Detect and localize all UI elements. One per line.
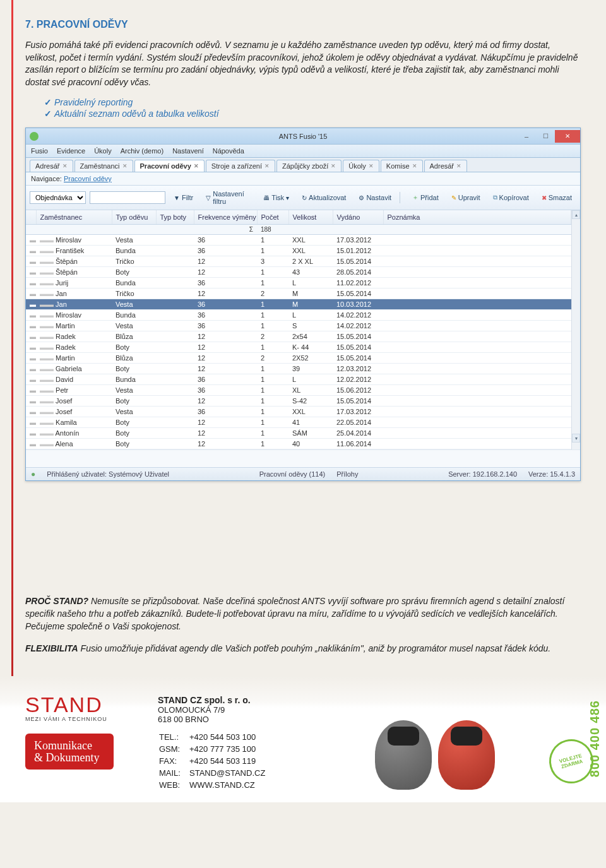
- tab-close-icon[interactable]: ✕: [331, 163, 336, 169]
- tab-stroje-a-za-zen-[interactable]: Stroje a zařízení✕: [206, 160, 275, 172]
- contact-row: GSM:+420 777 735 100: [159, 744, 269, 754]
- tab-adres-[interactable]: Adresář✕: [424, 160, 468, 172]
- cell: 12.02.2012: [333, 374, 383, 384]
- menu-item[interactable]: Fusio: [31, 147, 48, 155]
- cell-zamestnanec: ▬▬ Martin: [36, 352, 112, 363]
- tab-label: Stroje a zařízení: [211, 162, 262, 170]
- table-row[interactable]: ▬▬▬▬ MartinBlůza1222X5215.05.2014: [26, 352, 571, 363]
- table-row[interactable]: ▬▬▬▬ DavidBunda361L12.02.2012: [26, 374, 571, 384]
- tab-label: Zápůjčky zboží: [282, 162, 328, 170]
- tabbar: Adresář✕Zaměstnanci✕Pracovní oděvy✕Stroj…: [26, 158, 580, 172]
- cell: 1: [257, 277, 288, 288]
- window-minimize-button[interactable]: [517, 130, 536, 143]
- menu-item[interactable]: Evidence: [57, 147, 85, 155]
- table-row[interactable]: ▬▬▬▬ GabrielaBoty1213912.03.2012: [26, 363, 571, 374]
- row-prefix-blur: ▬▬: [26, 438, 36, 449]
- table-row[interactable]: ▬▬▬▬ AntonínBoty121SÁM25.04.2014: [26, 427, 571, 438]
- vertical-scrollbar[interactable]: ▴ ▾: [571, 210, 580, 449]
- column-header[interactable]: Zaměstnanec: [36, 210, 112, 224]
- table-row[interactable]: ▬▬▬▬ MartinVesta361S14.02.2012: [26, 320, 571, 331]
- cell: [156, 406, 194, 417]
- scroll-up-button[interactable]: ▴: [572, 210, 580, 219]
- edit-button[interactable]: ✎Upravit: [447, 192, 485, 203]
- filter-button[interactable]: ▼Filtr: [169, 192, 198, 203]
- mascot-robots: [289, 695, 581, 790]
- table-row[interactable]: ▬▬▬▬ KamilaBoty1214122.05.2014: [26, 417, 571, 427]
- menu-item[interactable]: Archiv (demo): [121, 147, 163, 155]
- cell: Tričko: [112, 256, 156, 266]
- filter-settings-button[interactable]: ▽Nastavení filtru: [201, 188, 255, 207]
- cell: XL: [288, 384, 333, 395]
- menubar: FusioEvidenceÚkolyArchiv (demo)Nastavení…: [26, 145, 580, 158]
- table-row[interactable]: ▬▬▬▬ FrantišekBunda361XXL15.01.2012: [26, 245, 571, 256]
- cell: 1: [257, 299, 288, 309]
- tab-close-icon[interactable]: ✕: [122, 163, 128, 169]
- status-server: Server: 192.168.2.140: [448, 470, 517, 478]
- cell: 36: [194, 299, 257, 309]
- cell-zamestnanec: ▬▬ Alena: [36, 438, 112, 449]
- column-header[interactable]: Typ boty: [156, 210, 194, 224]
- print-button[interactable]: 🖶Tisk▾: [259, 192, 294, 203]
- table-row[interactable]: ▬▬▬▬ JanTričko122M15.05.2014: [26, 288, 571, 299]
- window-maximize-button[interactable]: [536, 130, 555, 143]
- settings-button[interactable]: ⚙Nastavit: [354, 192, 396, 203]
- delete-button[interactable]: ✖Smazat: [537, 192, 576, 203]
- column-header[interactable]: Vydáno: [333, 210, 383, 224]
- table-row[interactable]: ▬▬▬▬ JosefVesta361XXL17.03.2012: [26, 406, 571, 417]
- row-prefix-blur: ▬▬: [26, 331, 36, 342]
- column-header[interactable]: Frekvence výměny: [194, 210, 257, 224]
- cell: 12: [194, 417, 257, 427]
- menu-item[interactable]: Nápověda: [213, 147, 244, 155]
- table-row[interactable]: ▬▬▬▬ ŠtěpánBoty1214328.05.2014: [26, 266, 571, 277]
- column-header[interactable]: Poznámka: [383, 210, 571, 224]
- menu-item[interactable]: Úkoly: [94, 147, 112, 155]
- column-header[interactable]: Velikost: [288, 210, 333, 224]
- table-row[interactable]: ▬▬▬▬ JosefBoty121S-4215.05.2014: [26, 395, 571, 406]
- cell: Boty: [112, 438, 156, 449]
- tab-adres-[interactable]: Adresář✕: [30, 160, 73, 172]
- table-row[interactable]: ▬▬▬▬ JanVesta361M10.03.2012: [26, 299, 571, 309]
- column-header[interactable]: Typ oděvu: [112, 210, 156, 224]
- page-footer: STAND MEZI VÁMI A TECHNIKOU Komunikace &…: [0, 676, 606, 802]
- tab-z-p-j-ky-zbo-[interactable]: Zápůjčky zboží✕: [276, 160, 342, 172]
- cell-zamestnanec: ▬▬ Jurij: [36, 277, 112, 288]
- tab-close-icon[interactable]: ✕: [264, 163, 270, 169]
- scroll-down-button[interactable]: ▾: [572, 434, 580, 443]
- breadcrumb-link[interactable]: Pracovní oděvy: [64, 175, 112, 182]
- tab-close-icon[interactable]: ✕: [412, 163, 417, 169]
- table-row[interactable]: ▬▬▬▬ RadekBlůza1222x5415.05.2014: [26, 331, 571, 342]
- tab-close-icon[interactable]: ✕: [369, 163, 374, 169]
- menu-item[interactable]: Nastavení: [172, 147, 204, 155]
- cell: Bunda: [112, 309, 156, 320]
- tab-komise[interactable]: Komise✕: [381, 160, 423, 172]
- tab-pracovn-od-vy[interactable]: Pracovní oděvy✕: [134, 160, 205, 172]
- cell: [156, 342, 194, 352]
- cell: 12: [194, 395, 257, 406]
- table-row[interactable]: ▬▬▬▬ ŠtěpánTričko1232 X XL15.05.2014: [26, 256, 571, 266]
- copy-button[interactable]: ⧉Kopírovat: [489, 192, 533, 203]
- cell: XXL: [288, 245, 333, 256]
- tab-close-icon[interactable]: ✕: [456, 163, 461, 169]
- table-row[interactable]: ▬▬▬▬ RadekBoty121K- 4415.05.2014: [26, 342, 571, 352]
- table-row[interactable]: ▬▬▬▬ MiroslavVesta361XXL17.03.2012: [26, 234, 571, 245]
- cell: [383, 384, 571, 395]
- table-row[interactable]: ▬▬▬▬ PetrVesta361XL15.06.2012: [26, 384, 571, 395]
- window-close-button[interactable]: [555, 130, 580, 143]
- tab-close-icon[interactable]: ✕: [194, 163, 199, 169]
- tab-zam-stnanci[interactable]: Zaměstnanci✕: [74, 160, 133, 172]
- table-row[interactable]: ▬▬▬▬ MiroslavBunda361L14.02.2012: [26, 309, 571, 320]
- search-input[interactable]: [90, 191, 165, 204]
- cell: 1: [257, 384, 288, 395]
- tab--koly[interactable]: Úkoly✕: [343, 160, 379, 172]
- cell: 11.06.2014: [333, 438, 383, 449]
- table-row[interactable]: ▬▬▬▬ JurijBunda361L11.02.2012: [26, 277, 571, 288]
- tab-close-icon[interactable]: ✕: [62, 163, 68, 169]
- refresh-button[interactable]: ↻Aktualizovat: [297, 192, 350, 203]
- row-prefix-blur: ▬▬: [26, 266, 36, 277]
- view-dropdown[interactable]: Objednávka: [30, 191, 86, 204]
- add-button[interactable]: ＋Přidat: [408, 191, 443, 204]
- feature-item: Aktuální seznam oděvů a tabulka velikost…: [44, 109, 581, 119]
- cell: [156, 352, 194, 363]
- table-row[interactable]: ▬▬▬▬ AlenaBoty1214011.06.2014: [26, 438, 571, 449]
- column-header[interactable]: Počet: [257, 210, 288, 224]
